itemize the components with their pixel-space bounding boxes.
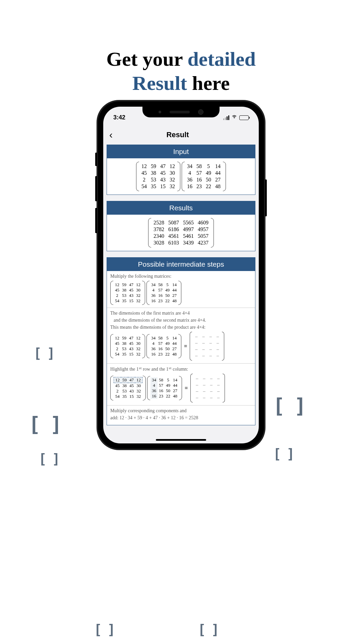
result-content: Input 1259471245384530253433254351532 34… [103,145,259,425]
promo-headline: Get your detailed Result here [0,47,362,95]
input-section: Input 1259471245384530253433254351532 34… [107,145,255,195]
step1-matrix-b: 345851445749443616502716232248 [146,281,181,305]
bracket-decoration-icon: [ ] [39,451,59,467]
step2-matrix-b: 345851445749443616502716232248 [146,334,181,358]
back-button[interactable]: ‹ [109,129,113,141]
equals-sign: = [183,385,189,391]
step2-placeholder-matrix: –––––––––––––––– [190,332,224,361]
bracket-decoration-icon: [ ] [198,622,218,637]
input-matrix-b: 345851445749443616502716232248 [182,162,226,191]
wifi-icon [231,114,237,121]
status-time: 3:42 [113,114,125,121]
bracket-decoration-icon: [ ] [28,413,61,436]
bracket-decoration-icon: [ ] [94,622,114,637]
results-section: Results 25285087556546093782618649974957… [107,201,255,251]
equals-sign: = [183,343,188,349]
page-title: Result [113,130,243,139]
step3-placeholder-matrix: –––––––––––––––– [190,374,225,402]
input-matrix-a: 1259471245384530253433254351532 [136,162,180,191]
cellular-icon [223,115,229,120]
bracket-decoration-icon: [ ] [273,394,305,418]
steps-section-header: Possible intermediate steps [107,258,255,271]
step-4: Multiply corresponding components and ad… [107,406,255,425]
bracket-decoration-icon: [ ] [273,446,293,462]
app-header: ‹ Result [103,125,259,145]
phone-screen: 3:42 ‹ Result Input 12594712453845302534… [103,107,259,443]
bracket-decoration-icon: [ ] [34,345,54,361]
results-section-header: Results [107,201,255,215]
battery-icon [239,115,249,120]
step3-matrix-a: 1259471245384530253433254351532 [110,376,146,400]
home-indicator[interactable] [156,439,206,441]
step3-matrix-b: 345851445749443616502716232248 [147,376,182,400]
step1-matrix-a: 1259471245384530253433254351532 [110,281,145,305]
step-3: Highlight the 1ˢᵗ row and the 1ˢᵗ column… [107,364,255,406]
step-1: Multiply the following matrices: 1259471… [107,271,255,308]
result-matrix: 2528508755654609378261864997495723404561… [148,218,214,248]
step2-matrix-a: 1259471245384530253433254351532 [110,334,145,358]
phone-notch [142,107,220,117]
steps-section: Possible intermediate steps Multiply the… [107,257,255,425]
phone-mockup: 3:42 ‹ Result Input 12594712453845302534… [97,101,265,449]
step-2: The dimensions of the first matrix are 4… [107,308,255,364]
input-section-header: Input [107,145,255,158]
